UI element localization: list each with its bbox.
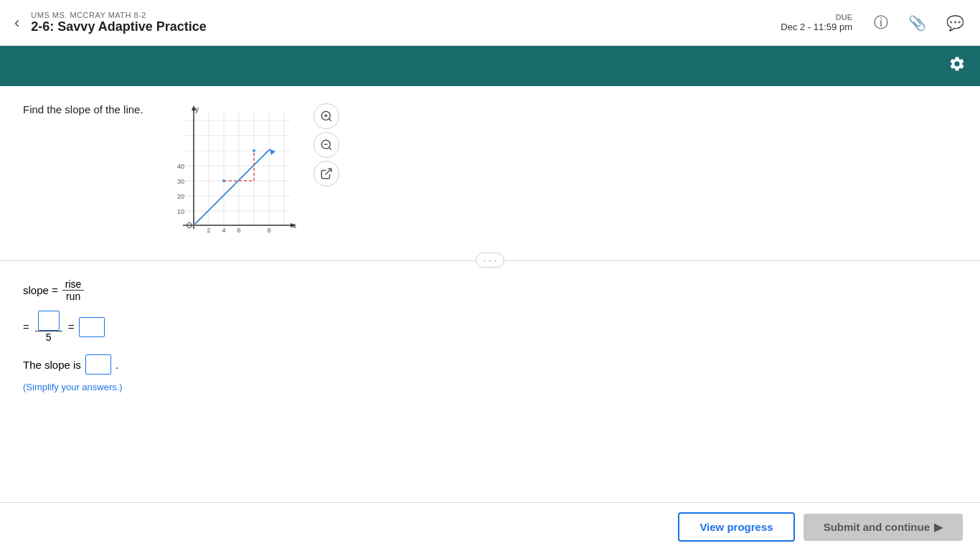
header: ‹ UMS MS. MCCRAY MATH 8-2 2-6: Savvy Ada… [0,0,980,46]
svg-line-36 [329,118,331,121]
svg-text:10: 10 [177,208,184,215]
question-area: Find the slope of the line. [0,86,980,260]
svg-line-42 [325,169,331,174]
divider-row: · · · [0,260,980,261]
zoom-in-icon [320,110,333,123]
input-fraction: 5 [35,311,62,343]
svg-text:2: 2 [207,227,210,234]
run-label: run [63,291,83,302]
footer: View progress Submit and continue ▶ [0,502,980,551]
due-date: Dec 2 - 11:59 pm [781,22,852,32]
svg-line-29 [194,150,269,225]
title-group: UMS MS. MCCRAY MATH 8-2 2-6: Savvy Adapt… [31,11,206,34]
submit-label: Submit and continue [824,521,930,533]
answer-area: slope = rise run = 5 = The slope is . [0,261,980,410]
divider-dots-button[interactable]: · · · [476,253,504,268]
slope-label: slope = [23,284,58,296]
period: . [116,359,118,371]
answer-input-row: = 5 = [23,311,957,343]
question-text: Find the slope of the line. [23,103,143,116]
equals1-label: = [23,321,29,333]
header-subtitle: UMS MS. MCCRAY MATH 8-2 [31,11,206,19]
numerator-input-wrapper [35,311,62,331]
external-link-button[interactable] [314,161,339,187]
graph-container: y x O 10 20 30 40 2 4 6 8 [172,103,305,243]
svg-text:x: x [293,222,296,230]
simplify-hint: (Simplify your answers.) [23,380,957,393]
external-link-icon [320,167,333,180]
coordinate-graph: y x O 10 20 30 40 2 4 6 8 [172,103,305,243]
svg-text:8: 8 [267,227,270,234]
question-text-col: Find the slope of the line. [23,103,143,243]
gear-icon [948,55,966,72]
message-button[interactable]: 💬 [942,11,969,34]
denominator-value: 5 [42,331,56,343]
result-input[interactable] [79,317,105,337]
submit-button[interactable]: Submit and continue ▶ [804,514,963,541]
svg-text:y: y [195,105,199,113]
main-content: Find the slope of the line. [0,86,980,502]
rise-label: rise [62,278,85,291]
info-button[interactable]: ⓘ [870,10,892,35]
numerator-input[interactable] [38,311,60,331]
zoom-out-button[interactable] [314,132,339,158]
graph-wrapper: y x O 10 20 30 40 2 4 6 8 [172,103,305,243]
slope-is-row: The slope is . [23,354,957,375]
header-right: DUE Dec 2 - 11:59 pm ⓘ 📎 💬 [781,10,969,35]
zoom-buttons [314,103,339,187]
svg-text:40: 40 [177,163,184,170]
simplify-hint-text: (Simplify your answers.) [23,382,123,392]
header-title: 2-6: Savvy Adaptive Practice [31,19,206,34]
view-progress-button[interactable]: View progress [678,512,794,542]
svg-point-34 [253,149,255,152]
svg-point-33 [222,179,225,182]
svg-text:20: 20 [177,193,184,200]
svg-line-40 [329,147,331,149]
due-info: DUE Dec 2 - 11:59 pm [781,13,852,32]
svg-text:30: 30 [177,178,184,185]
attach-button[interactable]: 📎 [904,11,930,34]
equals2-label: = [68,321,75,333]
due-label: DUE [781,13,852,22]
zoom-in-button[interactable] [314,103,339,129]
svg-text:6: 6 [237,227,240,234]
svg-text:4: 4 [222,227,225,234]
slope-is-text: The slope is [23,359,81,371]
back-button[interactable]: ‹ [11,11,22,35]
slope-formula: slope = rise run [23,278,957,302]
submit-arrow-icon: ▶ [934,521,943,534]
zoom-out-icon [320,138,333,151]
gear-button[interactable] [948,55,966,77]
slope-answer-input[interactable] [85,354,111,375]
teal-bar [0,46,980,86]
rise-run-fraction: rise run [62,278,85,302]
svg-text:O: O [187,222,192,230]
